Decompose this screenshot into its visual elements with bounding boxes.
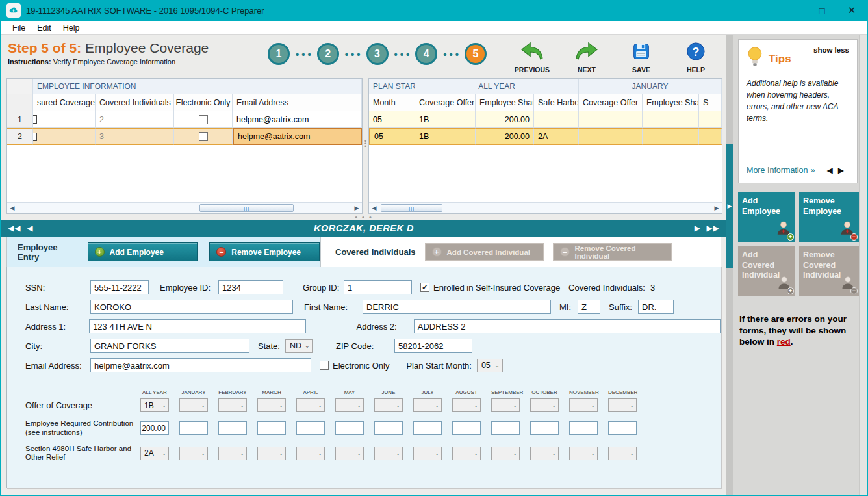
month-value-select[interactable]: ⌄ — [452, 398, 481, 412]
month-value-input[interactable] — [452, 421, 481, 435]
month-value-input[interactable] — [335, 421, 364, 435]
cell-jan-coverage-offer[interactable] — [579, 111, 643, 128]
remove-covered-individual-button-disabled[interactable]: − Remove Covered Individual — [553, 243, 672, 261]
month-value-input[interactable] — [257, 421, 286, 435]
email-field[interactable]: helpme@aatrix.com — [90, 358, 311, 372]
help-button[interactable]: ? HELP — [677, 42, 715, 73]
month-value-input[interactable] — [296, 421, 325, 435]
ssn-field[interactable]: 555-11-2222 — [90, 280, 149, 294]
month-value-select[interactable]: ⌄ — [296, 398, 325, 412]
scroll-right-icon[interactable]: ▶ — [351, 205, 362, 211]
last-name-field[interactable]: KOROKO — [90, 300, 293, 314]
step-5-active[interactable]: 5 — [465, 43, 487, 65]
menu-file[interactable]: File — [6, 22, 31, 34]
month-value-select[interactable]: ⌄ — [374, 447, 403, 460]
add-employee-button[interactable]: + Add Employee — [88, 242, 198, 261]
sidebar-scrollbar[interactable] — [859, 35, 867, 495]
month-value-select[interactable]: ⌄ — [179, 447, 208, 460]
scroll-right-icon[interactable]: ▶ — [711, 205, 722, 211]
month-value-select[interactable]: ⌄ — [530, 398, 559, 412]
step-2[interactable]: 2 — [317, 43, 339, 65]
add-covered-individual-button-disabled[interactable]: + Add Covered Individual — [425, 243, 544, 261]
coverage-grid-hscrollbar[interactable]: ◀ ||| ▶ — [369, 202, 722, 213]
group-id-field[interactable]: 1 — [344, 280, 412, 294]
employee-row-2-selected[interactable]: 2 3 helpme@aatrix.com — [7, 128, 362, 145]
month-value-select[interactable]: ⌄ — [335, 447, 364, 460]
minimize-button[interactable]: – — [777, 0, 807, 21]
cell-insured-coverage[interactable] — [33, 128, 96, 145]
cell-email[interactable]: helpme@aatrix.com — [233, 111, 362, 128]
cell-safe-harbor[interactable]: 2A — [534, 128, 579, 145]
menu-help[interactable]: Help — [57, 22, 86, 34]
maximize-button[interactable]: □ — [807, 0, 837, 21]
month-value-select[interactable]: ⌄ — [608, 398, 637, 412]
sidebar-add-covered-individual-button-disabled[interactable]: Add Covered Individual + — [738, 246, 795, 296]
remove-employee-button[interactable]: − Remove Employee — [209, 242, 320, 261]
cell-jan-safe-harbor[interactable] — [699, 128, 722, 145]
next-button[interactable]: NEXT — [568, 42, 606, 73]
cell-employee-share[interactable]: 200.00 — [476, 128, 534, 145]
month-value-input[interactable] — [569, 421, 598, 435]
horizontal-splitter-handle[interactable]: • • • — [1, 214, 726, 220]
panel-splitter-handle[interactable]: ▶ — [726, 144, 733, 268]
month-value-input[interactable] — [530, 421, 559, 435]
scroll-thumb[interactable]: ||| — [199, 204, 294, 212]
cell-electronic-only[interactable] — [174, 128, 233, 145]
sidebar-remove-employee-button[interactable]: Remove Employee − — [799, 192, 859, 242]
panel-splitter[interactable]: ▶ — [726, 35, 733, 495]
month-value-select[interactable]: 2A⌄ — [140, 447, 169, 460]
cell-jan-employee-share[interactable] — [643, 111, 699, 128]
employee-row-1[interactable]: 1 2 helpme@aatrix.com — [7, 111, 362, 128]
record-next-last-icons[interactable]: ▶ ▶▶ — [642, 224, 720, 233]
mi-field[interactable]: Z — [578, 300, 600, 314]
sidebar-add-employee-button[interactable]: Add Employee + — [738, 192, 795, 242]
step-3[interactable]: 3 — [366, 43, 389, 65]
city-field[interactable]: GRAND FORKS — [90, 339, 249, 353]
cell-covered-individuals[interactable]: 2 — [96, 111, 174, 128]
coverage-row-1[interactable]: 05 1B 200.00 — [369, 111, 722, 128]
sidebar-remove-covered-individual-button-disabled[interactable]: Remove Covered Individual − — [799, 246, 859, 296]
month-value-select[interactable]: ⌄ — [413, 398, 442, 412]
cell-insured-coverage[interactable] — [33, 111, 96, 128]
month-value-select[interactable]: 1B⌄ — [140, 398, 169, 412]
month-value-input[interactable] — [608, 421, 637, 435]
scroll-left-icon[interactable]: ◀ — [7, 205, 18, 211]
month-value-input[interactable] — [491, 421, 520, 435]
close-button[interactable]: ✕ — [837, 0, 867, 21]
month-value-select[interactable]: ⌄ — [452, 447, 481, 460]
self-insured-checkbox[interactable] — [420, 283, 429, 292]
scroll-left-icon[interactable]: ◀ — [369, 205, 379, 211]
first-name-field[interactable]: DERRIC — [363, 300, 551, 314]
month-value-select[interactable]: ⌄ — [218, 447, 247, 460]
record-first-prev-icons[interactable]: ◀◀ ◀ — [8, 224, 86, 233]
month-value-select[interactable]: ⌄ — [335, 398, 364, 412]
employee-id-field[interactable]: 1234 — [218, 280, 283, 294]
month-value-select[interactable]: ⌄ — [218, 398, 247, 412]
cell-month[interactable]: 05 — [369, 128, 415, 145]
electronic-only-checkbox[interactable] — [199, 115, 208, 124]
grid-splitter-handle[interactable]: ••• — [363, 78, 368, 214]
address1-field[interactable]: 123 4TH AVE N — [89, 319, 306, 333]
cell-covered-individuals[interactable]: 3 — [96, 128, 174, 145]
month-value-select[interactable]: ⌄ — [257, 447, 286, 460]
month-value-input[interactable]: 200.00 — [140, 421, 169, 435]
month-value-input[interactable] — [218, 421, 247, 435]
month-value-select[interactable]: ⌄ — [257, 398, 286, 412]
cell-jan-employee-share[interactable] — [643, 128, 699, 145]
zip-field[interactable]: 58201-2062 — [394, 339, 472, 353]
cell-employee-share[interactable]: 200.00 — [476, 111, 534, 128]
month-value-input[interactable] — [374, 421, 403, 435]
cell-email-focused[interactable]: helpme@aatrix.com — [233, 128, 362, 145]
tab-covered-individuals[interactable]: Covered Individuals + Add Covered Indivi… — [320, 237, 721, 267]
month-value-select[interactable]: ⌄ — [374, 398, 403, 412]
cell-safe-harbor[interactable] — [534, 111, 579, 128]
menu-edit[interactable]: Edit — [31, 22, 57, 34]
cell-jan-safe-harbor[interactable] — [699, 111, 722, 128]
month-value-input[interactable] — [179, 421, 208, 435]
cell-coverage-offer[interactable]: 1B — [415, 111, 476, 128]
month-value-select[interactable]: ⌄ — [413, 447, 442, 460]
suffix-field[interactable]: DR. — [638, 300, 674, 314]
show-less-link[interactable]: show less — [813, 46, 849, 54]
month-value-select[interactable]: ⌄ — [491, 447, 520, 460]
more-information-link[interactable]: More Information — [747, 166, 808, 175]
